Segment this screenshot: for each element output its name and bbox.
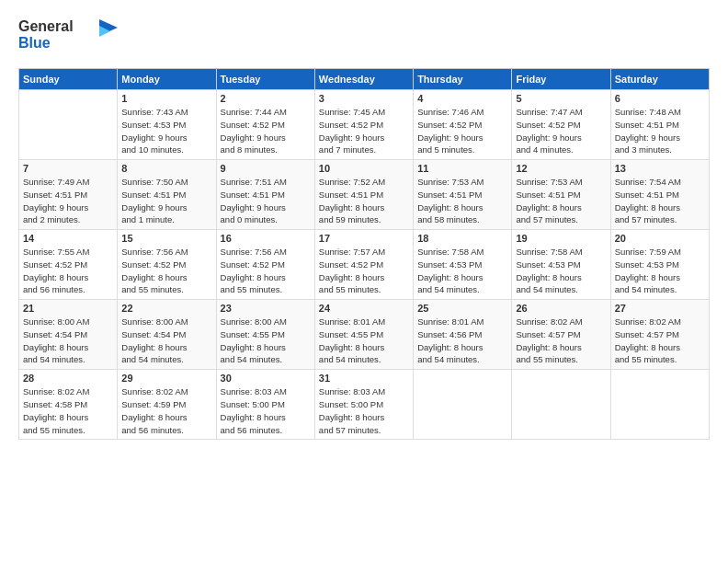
weekday-header-thursday: Thursday [414,69,512,90]
day-number: 13 [615,163,705,174]
day-number: 4 [417,93,507,104]
day-cell: 2Sunrise: 7:44 AMSunset: 4:52 PMDaylight… [216,90,314,160]
day-cell: 9Sunrise: 7:51 AMSunset: 4:51 PMDaylight… [216,160,314,230]
day-cell: 20Sunrise: 7:59 AMSunset: 4:53 PMDayligh… [610,230,709,300]
day-info: Sunrise: 8:00 AMSunset: 4:54 PMDaylight:… [121,316,211,366]
day-number: 24 [319,303,409,314]
week-row-5: 28Sunrise: 8:02 AMSunset: 4:58 PMDayligh… [19,370,710,440]
day-cell: 22Sunrise: 8:00 AMSunset: 4:54 PMDayligh… [118,300,216,370]
day-cell: 27Sunrise: 8:02 AMSunset: 4:57 PMDayligh… [610,300,709,370]
day-number: 21 [23,303,113,314]
day-info: Sunrise: 7:52 AMSunset: 4:51 PMDaylight:… [319,176,409,226]
day-number: 20 [615,233,705,244]
day-number: 16 [221,233,311,244]
day-cell: 6Sunrise: 7:48 AMSunset: 4:51 PMDaylight… [610,90,709,160]
day-number: 23 [221,303,311,314]
day-number: 26 [516,303,606,314]
day-cell: 3Sunrise: 7:45 AMSunset: 4:52 PMDaylight… [314,90,413,160]
day-info: Sunrise: 7:48 AMSunset: 4:51 PMDaylight:… [615,106,705,156]
week-row-3: 14Sunrise: 7:55 AMSunset: 4:52 PMDayligh… [19,230,710,300]
day-number: 10 [319,163,409,174]
day-number: 2 [221,93,311,104]
day-info: Sunrise: 7:49 AMSunset: 4:51 PMDaylight:… [23,176,113,226]
day-cell: 14Sunrise: 7:55 AMSunset: 4:52 PMDayligh… [19,230,118,300]
day-info: Sunrise: 7:51 AMSunset: 4:51 PMDaylight:… [221,176,311,226]
day-cell: 13Sunrise: 7:54 AMSunset: 4:51 PMDayligh… [610,160,709,230]
day-number: 30 [221,373,311,384]
day-info: Sunrise: 7:47 AMSunset: 4:52 PMDaylight:… [516,106,606,156]
day-info: Sunrise: 8:03 AMSunset: 5:00 PMDaylight:… [319,385,409,436]
day-info: Sunrise: 7:45 AMSunset: 4:52 PMDaylight:… [319,106,409,156]
day-info: Sunrise: 7:53 AMSunset: 4:51 PMDaylight:… [516,176,606,226]
day-number: 14 [23,233,113,244]
day-cell: 1Sunrise: 7:43 AMSunset: 4:53 PMDaylight… [118,90,216,160]
day-info: Sunrise: 7:44 AMSunset: 4:52 PMDaylight:… [221,106,311,156]
day-cell: 19Sunrise: 7:58 AMSunset: 4:53 PMDayligh… [512,230,610,300]
day-info: Sunrise: 7:58 AMSunset: 4:53 PMDaylight:… [516,246,606,296]
weekday-header-wednesday: Wednesday [314,69,413,90]
day-cell [610,370,709,440]
day-number: 11 [417,163,507,174]
week-row-2: 7Sunrise: 7:49 AMSunset: 4:51 PMDaylight… [19,160,710,230]
day-number: 8 [121,163,211,174]
day-info: Sunrise: 7:57 AMSunset: 4:52 PMDaylight:… [319,246,409,296]
day-info: Sunrise: 8:00 AMSunset: 4:54 PMDaylight:… [23,316,113,366]
weekday-header-friday: Friday [512,69,610,90]
day-info: Sunrise: 8:02 AMSunset: 4:59 PMDaylight:… [121,385,211,436]
day-number: 27 [615,303,705,314]
weekday-header-sunday: Sunday [19,69,118,90]
day-number: 31 [319,373,409,384]
day-info: Sunrise: 8:03 AMSunset: 5:00 PMDaylight:… [221,385,311,436]
day-cell: 15Sunrise: 7:56 AMSunset: 4:52 PMDayligh… [118,230,216,300]
day-info: Sunrise: 8:02 AMSunset: 4:57 PMDaylight:… [615,316,705,366]
day-info: Sunrise: 8:02 AMSunset: 4:57 PMDaylight:… [516,316,606,366]
day-info: Sunrise: 7:56 AMSunset: 4:52 PMDaylight:… [121,246,211,296]
day-cell: 17Sunrise: 7:57 AMSunset: 4:52 PMDayligh… [314,230,413,300]
page: General Blue SundayMondayTuesdayWednesda… [0,0,728,563]
week-row-1: 1Sunrise: 7:43 AMSunset: 4:53 PMDaylight… [19,90,710,160]
day-cell: 25Sunrise: 8:01 AMSunset: 4:56 PMDayligh… [414,300,512,370]
day-number: 5 [516,93,606,104]
day-info: Sunrise: 8:02 AMSunset: 4:58 PMDaylight:… [23,385,113,436]
day-number: 18 [417,233,507,244]
weekday-header-monday: Monday [118,69,216,90]
day-cell: 5Sunrise: 7:47 AMSunset: 4:52 PMDaylight… [512,90,610,160]
day-info: Sunrise: 7:58 AMSunset: 4:53 PMDaylight:… [417,246,507,296]
day-cell: 16Sunrise: 7:56 AMSunset: 4:52 PMDayligh… [216,230,314,300]
day-cell [19,90,118,160]
day-cell: 29Sunrise: 8:02 AMSunset: 4:59 PMDayligh… [118,370,216,440]
day-number: 19 [516,233,606,244]
day-cell [512,370,610,440]
logo: General Blue [18,15,119,59]
day-cell: 28Sunrise: 8:02 AMSunset: 4:58 PMDayligh… [19,370,118,440]
day-number: 9 [221,163,311,174]
day-cell: 12Sunrise: 7:53 AMSunset: 4:51 PMDayligh… [512,160,610,230]
day-number: 1 [121,93,211,104]
weekday-header-saturday: Saturday [610,69,709,90]
day-info: Sunrise: 7:59 AMSunset: 4:53 PMDaylight:… [615,246,705,296]
day-cell: 31Sunrise: 8:03 AMSunset: 5:00 PMDayligh… [314,370,413,440]
week-row-4: 21Sunrise: 8:00 AMSunset: 4:54 PMDayligh… [19,300,710,370]
day-cell: 11Sunrise: 7:53 AMSunset: 4:51 PMDayligh… [414,160,512,230]
day-cell: 8Sunrise: 7:50 AMSunset: 4:51 PMDaylight… [118,160,216,230]
day-cell: 18Sunrise: 7:58 AMSunset: 4:53 PMDayligh… [414,230,512,300]
day-number: 17 [319,233,409,244]
day-cell: 7Sunrise: 7:49 AMSunset: 4:51 PMDaylight… [19,160,118,230]
svg-text:Blue: Blue [18,35,51,51]
day-cell: 23Sunrise: 8:00 AMSunset: 4:55 PMDayligh… [216,300,314,370]
day-number: 7 [23,163,113,174]
day-cell: 4Sunrise: 7:46 AMSunset: 4:52 PMDaylight… [414,90,512,160]
day-info: Sunrise: 7:55 AMSunset: 4:52 PMDaylight:… [23,246,113,296]
weekday-header-tuesday: Tuesday [216,69,314,90]
calendar-table: SundayMondayTuesdayWednesdayThursdayFrid… [18,68,710,440]
day-info: Sunrise: 7:56 AMSunset: 4:52 PMDaylight:… [221,246,311,296]
day-info: Sunrise: 8:01 AMSunset: 4:56 PMDaylight:… [417,316,507,366]
day-cell: 21Sunrise: 8:00 AMSunset: 4:54 PMDayligh… [19,300,118,370]
day-info: Sunrise: 8:00 AMSunset: 4:55 PMDaylight:… [221,316,311,366]
weekday-header-row: SundayMondayTuesdayWednesdayThursdayFrid… [19,69,710,90]
day-number: 25 [417,303,507,314]
day-info: Sunrise: 7:43 AMSunset: 4:53 PMDaylight:… [121,106,211,156]
day-cell: 30Sunrise: 8:03 AMSunset: 5:00 PMDayligh… [216,370,314,440]
header: General Blue [18,15,710,59]
day-number: 15 [121,233,211,244]
